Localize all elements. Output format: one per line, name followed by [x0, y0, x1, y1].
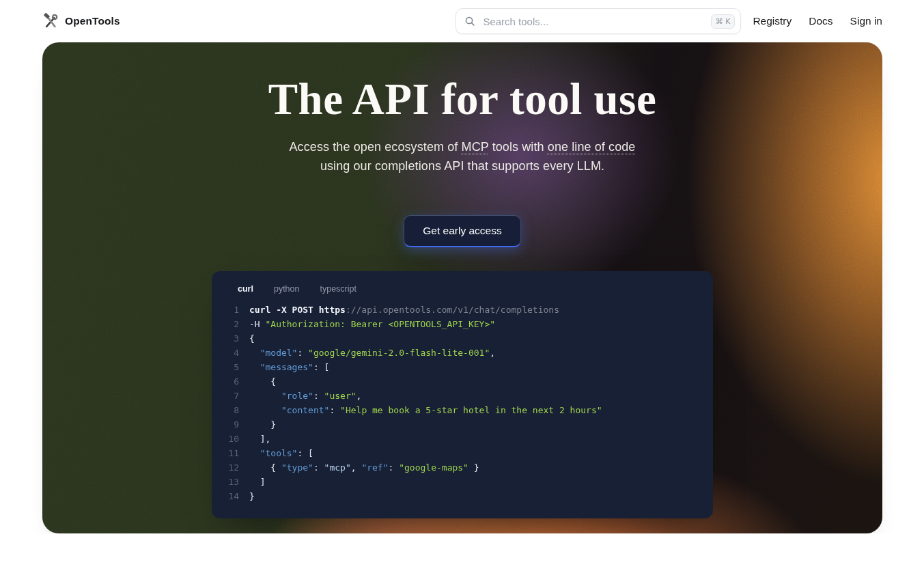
get-early-access-button[interactable]: Get early access: [404, 215, 520, 247]
line-number: 12: [219, 460, 239, 475]
tab-typescript[interactable]: typescript: [320, 284, 356, 294]
code-block: 1curl -X POST https://api.opentools.com/…: [219, 303, 697, 503]
code-line-content: {: [249, 374, 276, 389]
code-line-content: "messages": [: [249, 360, 329, 374]
code-line: 14}: [219, 489, 697, 503]
code-line-content: "tools": [: [249, 446, 313, 460]
code-line-content: -H "Authorization: Bearer <OPENTOOLS_API…: [249, 317, 495, 331]
code-line: 4 "model": "google/gemini-2.0-flash-lite…: [219, 346, 697, 360]
code-line: 5 "messages": [: [219, 360, 697, 374]
code-line: 6 {: [219, 374, 697, 389]
tab-curl[interactable]: curl: [238, 284, 253, 294]
line-number: 4: [219, 346, 239, 360]
line-number: 13: [219, 475, 239, 489]
code-line-content: { "type": "mcp", "ref": "google-maps" }: [249, 460, 479, 475]
search-icon: [464, 16, 475, 27]
brand-logo[interactable]: OpenTools: [42, 13, 120, 29]
subtitle-link[interactable]: MCP: [462, 140, 489, 154]
code-line: 11 "tools": [: [219, 446, 697, 460]
hero-section: The API for tool use Access the open eco…: [42, 42, 882, 533]
line-number: 2: [219, 317, 239, 331]
code-line-content: "model": "google/gemini-2.0-flash-lite-0…: [249, 346, 495, 360]
code-line: 13 ]: [219, 475, 697, 489]
line-number: 1: [219, 303, 239, 317]
code-line-content: curl -X POST https://api.opentools.com/v…: [249, 303, 559, 317]
hero-title: The API for tool use: [268, 74, 657, 124]
header: OpenTools ⌘ K Registry Docs Sign in: [0, 0, 924, 42]
code-line-content: ],: [249, 432, 270, 446]
subtitle-text: tools with: [489, 140, 548, 154]
search-input[interactable]: [481, 15, 704, 28]
nav-link-sign-in[interactable]: Sign in: [850, 15, 882, 27]
line-number: 14: [219, 489, 239, 503]
line-number: 11: [219, 446, 239, 460]
line-number: 5: [219, 360, 239, 374]
line-number: 8: [219, 403, 239, 417]
hammer-wrench-icon: [42, 13, 59, 29]
code-line-content: }: [249, 489, 255, 503]
nav-link-registry[interactable]: Registry: [753, 15, 792, 27]
brand-name: OpenTools: [65, 15, 120, 27]
code-line-content: "content": "Help me book a 5-star hotel …: [249, 403, 602, 417]
code-line: 7 "role": "user",: [219, 389, 697, 403]
code-line: 12 { "type": "mcp", "ref": "google-maps"…: [219, 460, 697, 475]
line-number: 9: [219, 417, 239, 432]
keyboard-shortcut-badge: ⌘ K: [711, 14, 736, 29]
line-number: 6: [219, 374, 239, 389]
code-line: 8 "content": "Help me book a 5-star hote…: [219, 403, 697, 417]
code-line: 10 ],: [219, 432, 697, 446]
code-line: 2-H "Authorization: Bearer <OPENTOOLS_AP…: [219, 317, 697, 331]
code-panel: curlpythontypescript 1curl -X POST https…: [212, 271, 713, 518]
header-nav: Registry Docs Sign in: [753, 15, 882, 27]
code-line-content: "role": "user",: [249, 389, 361, 403]
code-line-content: {: [249, 331, 255, 346]
subtitle-link[interactable]: one line of code: [548, 140, 636, 154]
search-box[interactable]: ⌘ K: [456, 8, 741, 34]
code-language-tabs: curlpythontypescript: [219, 283, 697, 303]
code-line: 1curl -X POST https://api.opentools.com/…: [219, 303, 697, 317]
line-number: 3: [219, 331, 239, 346]
hero-subtitle: Access the open ecosystem of MCP tools w…: [290, 137, 636, 176]
line-number: 10: [219, 432, 239, 446]
code-line-content: }: [249, 417, 276, 432]
tab-python[interactable]: python: [274, 284, 300, 294]
subtitle-text: using our completions API that supports …: [320, 159, 604, 173]
nav-link-docs[interactable]: Docs: [809, 15, 832, 27]
code-line: 3{: [219, 331, 697, 346]
code-line-content: ]: [249, 475, 265, 489]
line-number: 7: [219, 389, 239, 403]
subtitle-text: Access the open ecosystem of: [290, 140, 462, 154]
code-line: 9 }: [219, 417, 697, 432]
